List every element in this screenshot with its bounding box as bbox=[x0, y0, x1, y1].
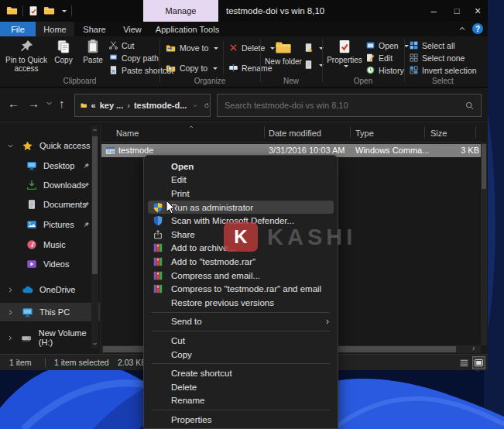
chevron-right-icon[interactable] bbox=[6, 286, 15, 294]
sidebar-item-onedrive[interactable]: OneDrive bbox=[0, 280, 100, 299]
sidebar-item-new-volume[interactable]: New Volume (H:) bbox=[0, 328, 100, 347]
menu-divider bbox=[152, 331, 330, 331]
breadcrumb-parent[interactable]: key ... bbox=[100, 101, 124, 110]
chevron-right-icon[interactable] bbox=[6, 308, 15, 317]
chevron-right-icon[interactable] bbox=[6, 334, 14, 342]
scrollbar-thumb[interactable] bbox=[92, 136, 98, 274]
edit-button[interactable]: Edit bbox=[365, 53, 393, 63]
collapse-ribbon-icon[interactable] bbox=[458, 24, 467, 33]
column-header-type[interactable]: Type bbox=[355, 129, 374, 138]
address-dropdown-icon[interactable] bbox=[193, 101, 198, 110]
new-group-label: New bbox=[260, 77, 322, 85]
column-divider[interactable] bbox=[264, 126, 265, 138]
context-menu-item-compress-and-email[interactable]: Compress and email... bbox=[148, 269, 334, 283]
scrollbar-thumb[interactable] bbox=[482, 144, 486, 189]
refresh-icon[interactable] bbox=[204, 101, 210, 111]
easy-access-button[interactable] bbox=[303, 60, 324, 70]
context-menu-item-send-to[interactable]: Send to › bbox=[148, 315, 334, 329]
copy-path-button[interactable]: Copy path bbox=[108, 53, 159, 63]
context-menu-item-add-to-rar[interactable]: Add to "testmode.rar" bbox=[148, 255, 334, 269]
details-view-button[interactable] bbox=[458, 357, 470, 369]
context-menu-item-edit[interactable]: Edit bbox=[148, 173, 334, 187]
kashi-logo: K bbox=[224, 222, 258, 252]
sidebar-item-videos[interactable]: Videos bbox=[0, 255, 100, 273]
tab-view[interactable]: View bbox=[115, 22, 150, 36]
tab-application-tools[interactable]: Application Tools bbox=[150, 22, 225, 36]
column-divider[interactable] bbox=[424, 126, 425, 138]
new-item-button[interactable] bbox=[303, 43, 324, 53]
context-menu-item-print[interactable]: Print bbox=[148, 187, 334, 201]
tab-share[interactable]: Share bbox=[74, 22, 115, 36]
sidebar-item-quick-access[interactable]: Quick access bbox=[0, 136, 100, 155]
breadcrumb-overflow[interactable]: « bbox=[91, 101, 96, 110]
toolbar-divider bbox=[71, 5, 72, 16]
select-all-button[interactable]: Select all bbox=[409, 40, 455, 50]
sidebar-item-documents[interactable]: Documents bbox=[0, 195, 100, 214]
properties-button[interactable]: Properties bbox=[327, 39, 362, 70]
search-icon[interactable] bbox=[465, 101, 475, 111]
scroll-right-icon[interactable]: › bbox=[472, 344, 475, 352]
copy-button[interactable]: Copy bbox=[50, 39, 77, 64]
manage-contextual-tab[interactable]: Manage bbox=[143, 0, 218, 22]
paste-shortcut-icon bbox=[108, 65, 118, 75]
minimize-button[interactable]: – bbox=[424, 0, 443, 22]
vertical-scrollbar[interactable] bbox=[481, 142, 487, 345]
column-header-size[interactable]: Size bbox=[430, 129, 447, 138]
recent-locations-icon[interactable] bbox=[45, 99, 53, 108]
forward-icon[interactable]: → bbox=[28, 97, 39, 110]
scroll-down-icon[interactable] bbox=[91, 341, 98, 347]
sidebar-item-music[interactable]: Music bbox=[0, 235, 100, 254]
tab-file[interactable]: File bbox=[0, 22, 36, 36]
context-menu-item-open[interactable]: Open bbox=[148, 160, 334, 173]
window-title: testmode-doi vs win 8,10 bbox=[226, 0, 324, 22]
folder-icon[interactable] bbox=[6, 5, 18, 16]
open-button[interactable]: Open bbox=[365, 40, 409, 50]
context-menu-item-compress-to-rar-and-email[interactable]: Compress to "testmode.rar" and email bbox=[148, 282, 334, 296]
sidebar-item-pictures[interactable]: Pictures bbox=[0, 215, 100, 234]
cut-button[interactable]: Cut bbox=[108, 40, 134, 50]
dropdown-arrow-icon bbox=[344, 65, 348, 70]
menu-divider bbox=[152, 312, 330, 313]
select-none-button[interactable]: Select none bbox=[409, 53, 465, 63]
pin-to-quick-access-button[interactable]: Pin to Quick access bbox=[5, 39, 48, 73]
help-icon[interactable]: ? bbox=[472, 23, 483, 34]
properties-icon[interactable] bbox=[28, 5, 39, 16]
tab-home[interactable]: Home bbox=[36, 22, 74, 36]
delete-x-icon bbox=[228, 43, 238, 53]
sidebar-scrollbar[interactable] bbox=[91, 125, 98, 348]
column-header-date-modified[interactable]: Date modified bbox=[269, 129, 321, 138]
invert-selection-button[interactable]: Invert selection bbox=[409, 65, 477, 75]
group-divider bbox=[223, 41, 224, 75]
context-menu-item-delete[interactable]: Delete bbox=[148, 380, 334, 394]
context-menu-item-properties[interactable]: Properties bbox=[148, 413, 334, 427]
address-box[interactable]: « key ... › testmode-d... bbox=[74, 94, 211, 117]
paste-button[interactable]: Paste bbox=[78, 39, 108, 64]
context-menu-item-rename[interactable]: Rename bbox=[148, 394, 334, 408]
maximize-button[interactable]: □ bbox=[447, 0, 466, 22]
column-header-name[interactable]: Name bbox=[116, 129, 139, 138]
new-folder-button[interactable]: New folder bbox=[265, 39, 302, 66]
column-divider[interactable] bbox=[350, 126, 351, 138]
move-to-button[interactable]: Move to bbox=[166, 43, 218, 53]
sidebar-item-desktop[interactable]: Desktop bbox=[0, 156, 100, 175]
paste-shortcut-button[interactable]: Paste shortcut bbox=[108, 65, 173, 75]
context-menu-item-restore-previous-versions[interactable]: Restore previous versions bbox=[148, 296, 334, 310]
sidebar-item-downloads[interactable]: Downloads bbox=[0, 176, 100, 194]
history-button[interactable]: History bbox=[365, 65, 404, 75]
back-icon[interactable]: ← bbox=[8, 97, 19, 110]
sidebar-item-this-pc[interactable]: This PC bbox=[0, 303, 100, 321]
context-menu-item-create-shortcut[interactable]: Create shortcut bbox=[148, 366, 334, 380]
context-menu-item-cut[interactable]: Cut bbox=[148, 334, 334, 348]
large-icons-view-button[interactable] bbox=[473, 357, 485, 369]
up-icon[interactable]: ↑ bbox=[59, 97, 65, 110]
copy-to-button[interactable]: Copy to bbox=[166, 63, 218, 74]
close-button[interactable]: × bbox=[468, 0, 488, 22]
breadcrumb-current[interactable]: testmode-d... bbox=[134, 101, 187, 110]
scroll-up-icon[interactable] bbox=[91, 127, 98, 133]
folder-icon[interactable] bbox=[43, 5, 55, 16]
chevron-down-icon[interactable] bbox=[6, 142, 15, 150]
toolbar-dropdown-icon[interactable] bbox=[62, 10, 67, 15]
column-divider[interactable] bbox=[475, 126, 476, 138]
context-menu-item-copy[interactable]: Copy bbox=[148, 348, 334, 362]
search-input[interactable] bbox=[218, 101, 465, 110]
